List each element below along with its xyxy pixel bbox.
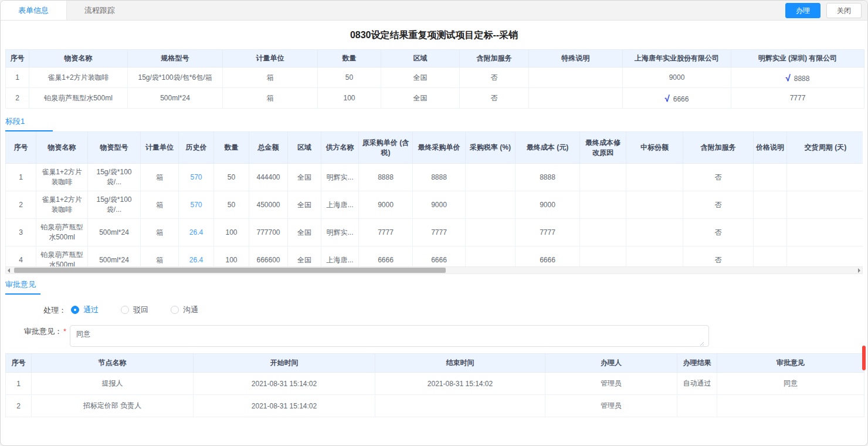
table-cell: [754, 191, 787, 219]
table-cell: [375, 395, 545, 417]
column-header: 计量单位: [141, 132, 179, 164]
table-cell: 500ml*24: [88, 246, 141, 267]
table-cell: 箱: [141, 164, 179, 191]
radio-label: 沟通: [183, 305, 198, 315]
table-cell: 26.4: [179, 246, 214, 267]
table-cell: 9000: [623, 67, 731, 88]
table-cell: 1: [6, 67, 29, 88]
table-cell: 招标定价部 负责人: [32, 395, 194, 417]
column-header: 序号: [6, 50, 29, 67]
column-header: 采购税率 (%): [466, 132, 516, 164]
table-cell: 15g/袋*100袋/...: [88, 164, 141, 191]
price-link[interactable]: 570: [190, 201, 202, 209]
radio-selected-icon: [71, 306, 79, 314]
table-cell: 15g/袋*100袋/包*6包/箱: [128, 67, 223, 88]
table-cell: 6666: [516, 246, 580, 267]
table-row: 2铂泉葫芦瓶型水500ml500ml*24箱100全国否√66667777: [6, 88, 864, 109]
table-cell: 777700: [249, 219, 288, 246]
table-cell: 否: [683, 191, 754, 219]
column-header: 最终成本修改原因: [580, 132, 626, 164]
table-cell: 50: [214, 164, 249, 191]
action-radio-group: 通过 驳回 沟通: [71, 304, 198, 315]
table-cell: 500ml*24: [128, 88, 223, 109]
table-cell: 100: [214, 246, 249, 267]
table-cell: [580, 164, 626, 191]
table-cell: 2021-08-31 15:14:02: [375, 373, 545, 395]
table-cell: 雀巢1+2方片装咖啡: [36, 191, 88, 219]
table-cell: 4: [6, 246, 36, 267]
table-cell: [626, 191, 683, 219]
price-link[interactable]: 570: [190, 173, 202, 181]
table-cell: [626, 164, 683, 191]
column-header: 中标份额: [626, 132, 683, 164]
close-button[interactable]: 关闭: [826, 3, 862, 18]
comment-textarea[interactable]: 同意: [70, 325, 709, 347]
summary-table: 序号物资名称规格型号计量单位数量区域含附加服务特殊说明上海唐年实业股份有限公司明…: [5, 49, 864, 109]
radio-option-return[interactable]: 驳回: [121, 305, 148, 315]
column-header: 审批意见: [717, 354, 864, 373]
table-cell: 8888: [413, 164, 466, 191]
price-link[interactable]: 26.4: [189, 256, 203, 264]
column-header: 结束时间: [375, 354, 545, 373]
action-row: 处理： 通过 驳回 沟通: [1, 304, 867, 316]
scroll-left-arrow-icon[interactable]: [8, 268, 10, 273]
table-cell: [754, 164, 787, 191]
column-header: 数量: [214, 132, 249, 164]
horizontal-scrollbar-thumb[interactable]: [14, 268, 446, 273]
tab-process-tracking[interactable]: 流程跟踪: [67, 1, 133, 20]
table-cell: 箱: [223, 88, 318, 109]
radio-option-communicate[interactable]: 沟通: [171, 305, 198, 315]
table-cell: 同意: [717, 373, 864, 395]
table-cell: 26.4: [179, 219, 214, 246]
tab-form-info[interactable]: 表单信息: [1, 1, 67, 20]
price-link[interactable]: 26.4: [189, 228, 203, 236]
process-button[interactable]: 办理: [785, 3, 820, 18]
column-header: 序号: [6, 354, 32, 373]
table-cell: 上海唐...: [321, 246, 359, 267]
horizontal-scrollbar[interactable]: [5, 266, 863, 274]
table-cell: [466, 191, 516, 219]
table-cell: 7777: [516, 219, 580, 246]
table-cell: 6666: [359, 246, 413, 267]
table-row: 1提报人2021-08-31 15:14:022021-08-31 15:14:…: [6, 373, 864, 395]
table-cell: [466, 164, 516, 191]
table-cell: 1: [6, 164, 36, 191]
scroll-right-arrow-icon[interactable]: [858, 268, 860, 273]
table-row: 2招标定价部 负责人2021-08-31 15:14:02管理员: [6, 395, 864, 417]
table-cell: 8888: [359, 164, 413, 191]
table-cell: 否: [683, 246, 754, 267]
table-cell: 提报人: [32, 373, 194, 395]
column-header: 规格型号: [128, 50, 223, 67]
table-cell: 否: [460, 67, 529, 88]
radio-option-approve[interactable]: 通过: [71, 305, 99, 315]
radio-unselected-icon: [121, 306, 129, 314]
table-cell: [466, 246, 516, 267]
column-header: 最终成本 (元): [516, 132, 580, 164]
table-cell: 2: [6, 191, 36, 219]
table-cell: 铂泉葫芦瓶型水500ml: [36, 219, 88, 246]
table-cell: 否: [460, 88, 529, 109]
comment-label: 审批意见：*: [1, 325, 66, 337]
column-header: 区域: [381, 50, 460, 67]
check-icon: √: [665, 93, 670, 103]
bid-section-tab[interactable]: 标段1: [5, 114, 53, 131]
column-header: 原采购单价 (含税): [359, 132, 413, 164]
page-title: 0830设定结果重复项测试项目定标--采销: [350, 30, 518, 40]
table-cell: 否: [683, 164, 754, 191]
table-cell: [580, 219, 626, 246]
tab-bar: 表单信息 流程跟踪 办理 关闭: [1, 1, 867, 21]
radio-label: 通过: [83, 305, 99, 315]
history-table: 序号节点名称开始时间结束时间办理人办理结果审批意见1提报人2021-08-31 …: [5, 353, 864, 417]
approval-section-title: 审批意见: [5, 278, 40, 295]
table-cell: 8888: [516, 164, 580, 191]
form-window: 表单信息 流程跟踪 办理 关闭 0830设定结果重复项测试项目定标--采销 序号…: [0, 0, 868, 446]
table-cell: [677, 395, 717, 417]
summary-table-wrap: 序号物资名称规格型号计量单位数量区域含附加服务特殊说明上海唐年实业股份有限公司明…: [5, 49, 863, 109]
vertical-scrollbar-thumb[interactable]: [862, 346, 866, 370]
table-cell: 雀巢1+2方片装咖啡: [36, 164, 88, 191]
column-header: 特殊说明: [529, 50, 623, 67]
table-cell: 2: [6, 395, 32, 417]
title-area: 0830设定结果重复项测试项目定标--采销: [1, 21, 867, 49]
toolbar: 办理 关闭: [785, 3, 862, 18]
column-header: 历史价: [179, 132, 214, 164]
